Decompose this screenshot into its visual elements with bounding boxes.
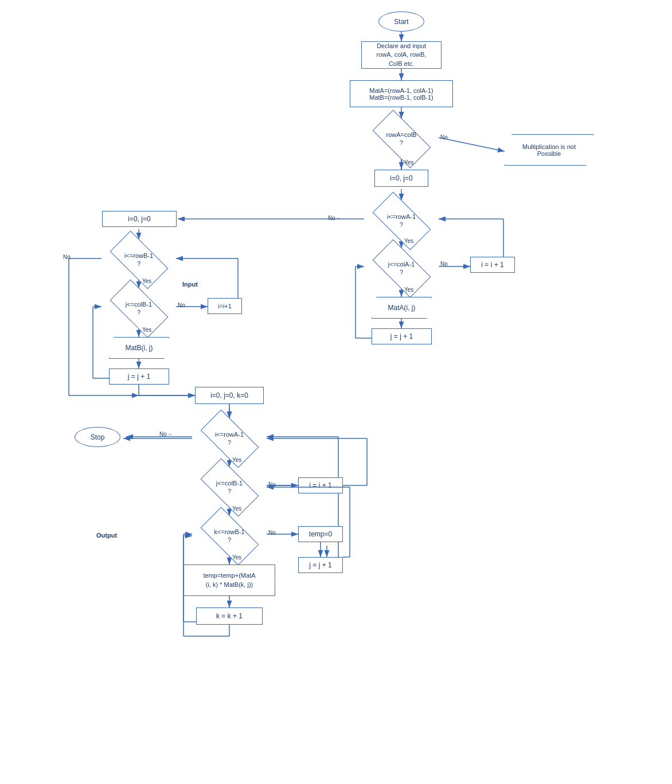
yes-label-icola1: Yes xyxy=(404,287,413,293)
iplus1-input-label: i=i+1 xyxy=(218,303,232,309)
declare-label: Declare and input rowA, colA, rowB, ColB… xyxy=(377,42,427,68)
ij00-outer-label: i=0, j=0 xyxy=(390,174,412,182)
mata-label: MatA(i, j) xyxy=(388,304,416,312)
no-label-irowa2: No→ xyxy=(159,431,173,437)
cond-irowa1-label: i<=rowA-1 ? xyxy=(387,213,416,229)
cond-jcolb1-shape: j<=colB-1 ? xyxy=(101,288,176,328)
output-label: Output xyxy=(96,532,117,539)
matb-shape: MatB(i, j) xyxy=(109,337,169,359)
cond-irowa1-shape: i<=rowA-1 ? xyxy=(364,201,439,241)
cond-rowcolb-shape: rowA=colB ? xyxy=(364,119,439,159)
yes-label-irowa1: Yes xyxy=(404,238,413,244)
cond-irowa2-shape: i<=rowA-1 ? xyxy=(192,418,267,458)
iplus1-right-shape: i = i + 1 xyxy=(470,257,515,273)
jplus1-matb-label: j = j + 1 xyxy=(128,373,150,381)
yes-label-irowb1: Yes xyxy=(142,278,151,284)
cond-irowb1-label: i<=rowB-1 ? xyxy=(124,252,153,268)
iplus1-input-shape: i=i+1 xyxy=(208,298,242,314)
yes-label-jcolb1: Yes xyxy=(142,327,151,333)
matb-label: MatB(i, j) xyxy=(126,344,153,352)
ijk000-shape: i=0, j=0, k=0 xyxy=(195,387,264,404)
cond-jcolb2-shape: j<=colB-1 ? xyxy=(192,467,267,507)
not-possible-label: Multiplication is not Possible xyxy=(522,143,576,157)
yes-label-krowb2: Yes xyxy=(232,554,241,560)
ij00-outer-shape: i=0, j=0 xyxy=(374,170,428,187)
iplus1-right-label: i = i + 1 xyxy=(481,261,503,269)
cond-irowb1-shape: i<=rowB-1 ? xyxy=(101,240,176,280)
start-label: Start xyxy=(394,18,408,26)
no-label-jcolb1: No xyxy=(178,302,185,308)
no-label-krowb2: No xyxy=(268,530,276,536)
kplus1-label: k = k + 1 xyxy=(216,612,243,620)
input-label: Input xyxy=(182,281,198,288)
extra-arrows xyxy=(0,0,672,784)
cond-jcolb1-label: j<=colB-1 ? xyxy=(126,300,152,317)
ijk000-label: i=0, j=0, k=0 xyxy=(210,391,248,399)
no-label-icola1: No xyxy=(440,261,448,267)
ij00-left-label: i=0, j=0 xyxy=(128,215,150,223)
iplus1-calc-shape: i = i + 1 xyxy=(298,477,343,493)
kplus1-shape: k = k + 1 xyxy=(196,607,263,625)
no-label-rowcolb: No xyxy=(440,134,448,140)
ij00-left-shape: i=0, j=0 xyxy=(102,211,177,227)
cond-krowb2-label: k<=rowB-1 ? xyxy=(214,528,244,544)
cond-irowa2-label: i<=rowA-1 ? xyxy=(215,430,244,447)
declare-shape: Declare and input rowA, colA, rowB, ColB… xyxy=(361,41,442,69)
jplus1-calc-label: j = j + 1 xyxy=(309,561,331,569)
jplus1-matb-shape: j = j + 1 xyxy=(109,369,169,385)
cond-rowcolb-label: rowA=colB ? xyxy=(386,131,417,147)
no-label-irowb1: No xyxy=(63,254,71,260)
temp-calc-shape: temp=temp+(MatA (i, k) * MatB(k, j)) xyxy=(183,565,275,596)
svg-line-4 xyxy=(439,138,505,151)
jplus1-mata-label: j = j + 1 xyxy=(390,332,413,340)
mata-shape: MatA(i, j) xyxy=(372,297,432,319)
mat-init-shape: MatA=(rowA-1, colA-1) MatB=(rowB-1, colB… xyxy=(350,80,453,107)
stop-label: Stop xyxy=(91,433,105,441)
start-shape: Start xyxy=(378,11,424,32)
no-label-jcolb2: No xyxy=(268,481,276,488)
cond-icola1-shape: j<=colA-1 ? xyxy=(364,248,439,288)
no-label-irowa1: No→ xyxy=(328,215,341,221)
yes-label-irowa2: Yes xyxy=(232,457,241,463)
cond-krowb2-shape: k<=rowB-1 ? xyxy=(192,516,267,556)
temp0-shape: temp=0 xyxy=(298,526,343,542)
flowchart: Start Declare and input rowA, colA, rowB… xyxy=(0,0,672,784)
jplus1-calc-shape: j = j + 1 xyxy=(298,557,343,573)
cond-icola1-label: j<=colA-1 ? xyxy=(388,260,415,277)
not-possible-shape: Multiplication is not Possible xyxy=(505,134,593,166)
arrows-svg xyxy=(0,0,672,784)
yes-label-jcolb2: Yes xyxy=(232,505,241,512)
temp-calc-label: temp=temp+(MatA (i, k) * MatB(k, j)) xyxy=(203,571,255,589)
iplus1-calc-label: i = i + 1 xyxy=(309,481,331,489)
cond-jcolb2-label: j<=colB-1 ? xyxy=(216,479,243,496)
stop-shape: Stop xyxy=(75,427,120,447)
temp0-label: temp=0 xyxy=(309,530,332,538)
mat-init-label: MatA=(rowA-1, colA-1) MatB=(rowB-1, colB… xyxy=(369,87,433,101)
yes-label-rowcolb: Yes xyxy=(404,159,413,166)
jplus1-mata-shape: j = j + 1 xyxy=(372,328,432,344)
